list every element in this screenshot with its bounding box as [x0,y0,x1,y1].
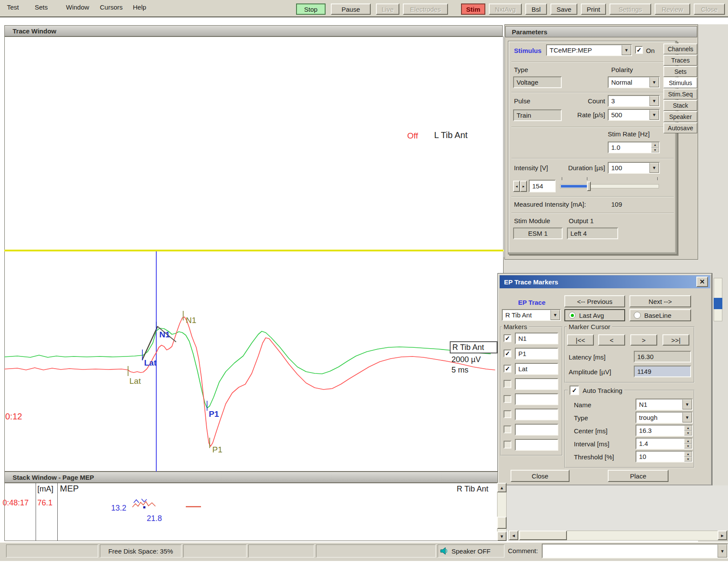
scroll-right-icon[interactable]: ► [718,531,727,540]
intensity-slider-thumb[interactable] [587,181,591,191]
bsl-button[interactable]: Bsl [525,3,547,15]
settings-button[interactable]: Settings [609,3,651,15]
marker-checkbox-6[interactable] [504,410,511,418]
center-spin[interactable]: 16.3 ▲▼ [636,425,693,436]
cursor-first-button[interactable]: |<< [567,334,594,346]
tab-stack[interactable]: Stack [663,100,697,111]
scroll-up-icon[interactable]: ▲ [497,483,507,492]
nxtavg-button[interactable]: NxtAvg [489,3,522,15]
ep-channel-combo[interactable]: R Tib Ant ▼ [502,309,561,321]
interval-spin[interactable]: 1.4 ▲▼ [636,438,693,449]
marker-label-N1[interactable]: N1 [186,316,196,325]
rate-combo-arrow-icon[interactable]: ▼ [649,110,659,120]
upper-channel-label[interactable]: L Tib Ant [434,130,468,140]
tracking-type-arrow-icon[interactable]: ▼ [682,412,692,422]
tab-autosave[interactable]: Autosave [663,122,697,133]
comment-combo[interactable]: ▼ [542,544,728,558]
intensity-dec-button[interactable]: ◂ [513,181,520,192]
marker-checkbox-7[interactable] [504,425,511,433]
marker-name-field-6[interactable] [515,409,558,420]
marker-name-field-5[interactable] [515,393,558,405]
marker-name-field-1[interactable]: N1 [515,333,558,344]
marker-name-field-3[interactable]: Lat [515,363,558,375]
pause-button[interactable]: Pause [331,3,371,15]
marker-label-Lat[interactable]: Lat [129,376,141,386]
stack-sparkline[interactable] [126,496,208,516]
tab-stimseq[interactable]: Stim.Seq [663,89,697,99]
marker-name-field-8[interactable] [515,439,558,451]
tab-traces[interactable]: Traces [663,55,697,66]
stimulus-on-checkbox[interactable]: ✓ [635,46,643,54]
marker-label-Lat[interactable]: Lat [144,358,157,367]
marker-name-field-7[interactable] [515,424,558,435]
electrodes-button[interactable]: Electrodes [403,3,448,15]
menu-item-cursors[interactable]: Cursors [100,3,123,11]
marker-checkbox-P1[interactable]: ✓ [504,350,511,357]
center-spinner[interactable]: ▲▼ [684,425,692,435]
stim-rate-spinner[interactable]: ▲▼ [651,142,659,152]
count-combo-arrow-icon[interactable]: ▼ [649,96,659,106]
threshold-spinner[interactable]: ▲▼ [684,452,692,462]
review-button[interactable]: Review [655,3,690,15]
print-button[interactable]: Print [581,3,606,15]
marker-name-field-2[interactable]: P1 [515,348,558,360]
place-button[interactable]: Place [608,470,669,482]
tracking-type-combo[interactable]: trough ▼ [636,412,693,423]
trace-window-titlebar[interactable]: Trace Window [4,25,503,36]
marker-name-field-4[interactable] [515,378,558,390]
duration-combo-arrow-icon[interactable]: ▼ [649,163,659,173]
marker-label-P1[interactable]: P1 [212,445,222,454]
marker-checkbox-5[interactable] [504,395,511,403]
threshold-spin[interactable]: 10 ▲▼ [636,451,693,462]
marker-checkbox-4[interactable] [504,380,511,388]
menu-item-help[interactable]: Help [133,3,146,11]
scroll-left-icon[interactable]: ◄ [509,531,518,540]
scroll-down-icon[interactable]: ▼ [497,531,507,541]
tracking-name-combo[interactable]: N1 ▼ [636,399,693,410]
previous-button[interactable]: <-- Previous [564,295,625,307]
hidden-window-thumb[interactable] [714,298,722,309]
tab-sets[interactable]: Sets [663,66,697,77]
rate-combo[interactable]: 500 ▼ [608,109,660,121]
hscroll-thumb[interactable] [519,531,567,540]
marker-label-P1[interactable]: P1 [209,409,219,419]
comment-combo-arrow-icon[interactable]: ▼ [718,544,727,557]
marker-checkbox-N1[interactable]: ✓ [504,334,511,342]
intensity-inc-button[interactable]: ▸ [520,181,527,192]
stim-rate-spin[interactable]: 1.0 ▲▼ [608,142,660,153]
stimulus-combo-arrow-icon[interactable]: ▼ [622,45,631,55]
upper-channel-status[interactable]: Off [407,131,418,141]
stack-channel-label[interactable]: R Tib Ant [457,485,488,494]
ep-dialog-titlebar[interactable]: EP Trace Markers [500,275,710,288]
intensity-field[interactable]: 154 [529,180,556,192]
close-button[interactable]: Close [694,3,725,15]
menu-item-sets[interactable]: Sets [35,3,48,11]
dialog-close-button[interactable]: Close [511,470,570,482]
cursor-last-button[interactable]: >>| [662,334,689,346]
next-button[interactable]: Next --> [629,295,691,307]
tracking-name-arrow-icon[interactable]: ▼ [682,399,692,409]
baseline-option[interactable]: BaseLine [629,309,691,321]
duration-combo[interactable]: 100 ▼ [608,162,660,174]
lower-channel-label[interactable]: R Tib Ant [450,341,497,353]
interval-spinner[interactable]: ▲▼ [684,439,692,449]
cursor-prev-button[interactable]: < [598,334,625,346]
ep-channel-combo-arrow-icon[interactable]: ▼ [550,310,560,320]
menu-item-window[interactable]: Window [66,3,89,11]
last-avg-option[interactable]: Last Avg [564,309,625,321]
tab-stimulus[interactable]: Stimulus [663,77,697,88]
stimulus-combo[interactable]: TCeMEP:MEP ▼ [546,44,632,56]
menu-item-test[interactable]: Test [7,3,19,11]
stim-button[interactable]: Stim [461,3,485,15]
tab-channels[interactable]: Channels [663,43,697,54]
parameters-titlebar[interactable]: Parameters [505,26,697,37]
polarity-combo-arrow-icon[interactable]: ▼ [649,77,659,87]
stack-window-titlebar[interactable]: Stack Window - Page MEP [4,472,498,483]
cursor-next-button[interactable]: > [630,334,657,346]
marker-checkbox-8[interactable] [504,441,511,449]
marker-label-N1[interactable]: N1 [159,330,170,339]
stop-button[interactable]: Stop [296,3,326,15]
live-button[interactable]: Live [376,3,399,15]
auto-tracking-checkbox[interactable]: ✓ [570,386,579,395]
auto-tracking-row[interactable]: ✓ Auto Tracking [568,386,624,395]
